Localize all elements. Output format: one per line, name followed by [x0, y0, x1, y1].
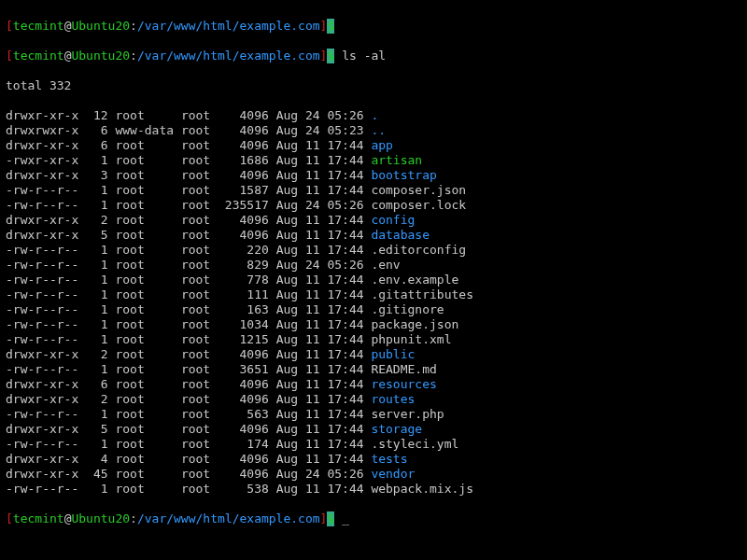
file-row: -rwxr-xr-x 1 root root 1686 Aug 11 17:44… — [6, 153, 741, 168]
file-size: 4096 — [225, 467, 269, 481]
file-perm: drwxr-xr-x — [6, 422, 78, 436]
prompt-host: Ubuntu20 — [71, 19, 130, 33]
file-name: tests — [371, 452, 407, 466]
file-group: root — [181, 452, 218, 466]
file-row: drwxr-xr-x 2 root root 4096 Aug 11 17:44… — [6, 392, 741, 407]
cursor: _ — [342, 511, 349, 526]
file-size: 4096 — [225, 452, 269, 466]
file-perm: drwxr-xr-x — [6, 452, 78, 466]
file-group: root — [181, 332, 218, 346]
file-date: Aug 11 17:44 — [276, 332, 364, 346]
file-group: root — [181, 213, 218, 227]
file-group: root — [181, 287, 218, 301]
file-row: drwxr-xr-x 12 root root 4096 Aug 24 05:2… — [6, 108, 741, 123]
file-date: Aug 11 17:44 — [276, 317, 364, 331]
file-size: 4096 — [225, 377, 269, 391]
file-links: 1 — [86, 153, 107, 167]
file-name: package.json — [371, 317, 458, 331]
file-date: Aug 24 05:26 — [276, 108, 364, 122]
file-name: phpunit.xml — [371, 332, 451, 346]
file-owner: root — [115, 482, 174, 496]
file-perm: -rw-r--r-- — [6, 273, 78, 287]
file-row: drwxr-xr-x 5 root root 4096 Aug 11 17:44… — [6, 228, 741, 243]
file-links: 1 — [86, 198, 107, 212]
file-links: 1 — [86, 273, 107, 287]
file-owner: root — [115, 258, 174, 272]
file-size: 4096 — [225, 108, 269, 122]
file-name: . — [371, 108, 378, 122]
file-owner: root — [115, 243, 174, 257]
file-date: Aug 11 17:44 — [276, 407, 364, 421]
file-group: root — [181, 123, 218, 137]
file-owner: root — [115, 108, 174, 122]
file-links: 1 — [86, 332, 107, 346]
prompt-dollar: $ — [327, 19, 334, 34]
file-date: Aug 11 17:44 — [276, 243, 364, 257]
file-size: 778 — [225, 273, 269, 287]
file-owner: root — [115, 198, 174, 212]
file-owner: root — [115, 332, 174, 346]
file-perm: drwxrwxr-x — [6, 123, 78, 137]
file-row: -rw-r--r-- 1 root root 538 Aug 11 17:44 … — [6, 482, 741, 497]
bracket-open: [ — [6, 19, 13, 33]
file-owner: root — [115, 183, 174, 197]
file-size: 4096 — [225, 213, 269, 227]
file-owner: root — [115, 392, 174, 406]
file-size: 4096 — [225, 422, 269, 436]
command-text: ls -al — [342, 49, 386, 63]
file-group: root — [181, 243, 218, 257]
prompt-user: tecmint — [13, 19, 64, 33]
terminal-output[interactable]: [tecmint@Ubuntu20:/var/www/html/example.… — [0, 0, 747, 545]
file-size: 174 — [225, 437, 269, 451]
file-name: resources — [371, 377, 436, 391]
file-name: composer.lock — [371, 198, 466, 212]
file-links: 6 — [86, 123, 107, 137]
file-group: root — [181, 168, 218, 182]
file-links: 2 — [86, 347, 107, 361]
file-links: 2 — [86, 213, 107, 227]
prompt-line-empty: [tecmint@Ubuntu20:/var/www/html/example.… — [6, 19, 741, 34]
file-perm: drwxr-xr-x — [6, 392, 78, 406]
file-size: 1686 — [225, 153, 269, 167]
file-name: config — [371, 213, 415, 227]
prompt-line-cursor[interactable]: [tecmint@Ubuntu20:/var/www/html/example.… — [6, 511, 741, 526]
file-name: .styleci.yml — [371, 437, 458, 451]
file-owner: root — [115, 452, 174, 466]
file-row: -rw-r--r-- 1 root root 163 Aug 11 17:44 … — [6, 302, 741, 317]
file-name: .env — [371, 258, 400, 272]
file-perm: drwxr-xr-x — [6, 213, 78, 227]
file-owner: root — [115, 467, 174, 481]
file-size: 538 — [225, 482, 269, 496]
file-date: Aug 11 17:44 — [276, 422, 364, 436]
file-size: 1215 — [225, 332, 269, 346]
file-size: 111 — [225, 287, 269, 301]
file-perm: drwxr-xr-x — [6, 138, 78, 152]
file-date: Aug 11 17:44 — [276, 273, 364, 287]
file-size: 4096 — [225, 168, 269, 182]
file-group: root — [181, 482, 218, 496]
file-size: 4096 — [225, 228, 269, 242]
file-perm: drwxr-xr-x — [6, 168, 78, 182]
file-name: app — [371, 138, 392, 152]
prompt-colon: : — [130, 19, 137, 33]
file-perm: -rw-r--r-- — [6, 332, 78, 346]
file-size: 1587 — [225, 183, 269, 197]
file-size: 3651 — [225, 362, 269, 376]
file-owner: root — [115, 138, 174, 152]
file-group: root — [181, 108, 218, 122]
file-row: -rw-r--r-- 1 root root 235517 Aug 24 05:… — [6, 198, 741, 213]
file-owner: root — [115, 302, 174, 316]
file-owner: root — [115, 273, 174, 287]
file-date: Aug 24 05:26 — [276, 258, 364, 272]
file-links: 1 — [86, 362, 107, 376]
file-links: 1 — [86, 317, 107, 331]
file-row: drwxr-xr-x 4 root root 4096 Aug 11 17:44… — [6, 452, 741, 467]
file-date: Aug 11 17:44 — [276, 362, 364, 376]
file-links: 5 — [86, 422, 107, 436]
file-group: root — [181, 183, 218, 197]
file-links: 5 — [86, 228, 107, 242]
file-owner: root — [115, 407, 174, 421]
file-links: 12 — [86, 108, 107, 122]
file-perm: -rw-r--r-- — [6, 482, 78, 496]
file-owner: root — [115, 377, 174, 391]
